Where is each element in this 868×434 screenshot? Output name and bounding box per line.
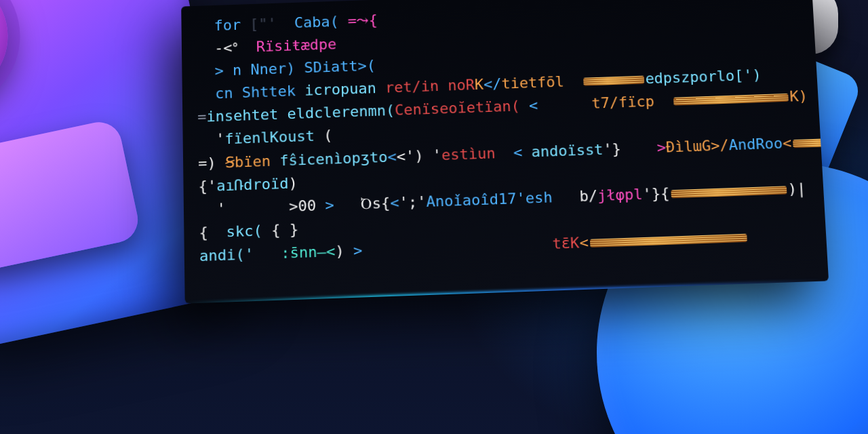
code-block: for ["ꞌ Caba( =⤳{ -<ᐤ Rïsiŧædpe > n Nner… — [196, 0, 813, 268]
guitar-strip-icon — [583, 76, 644, 86]
code-screen: for ["ꞌ Caba( =⤳{ -<ᐤ Rïsiŧædpe > n Nner… — [181, 0, 829, 304]
purple-dial — [0, 0, 19, 108]
guitar-strip-icon — [590, 234, 747, 248]
artwork-background: for ["ꞌ Caba( =⤳{ -<ᐤ Rïsiŧædpe > n Nner… — [0, 0, 868, 434]
guitar-strip-icon — [673, 94, 789, 106]
purple-pad — [0, 118, 142, 274]
guitar-strip-icon — [671, 186, 787, 198]
